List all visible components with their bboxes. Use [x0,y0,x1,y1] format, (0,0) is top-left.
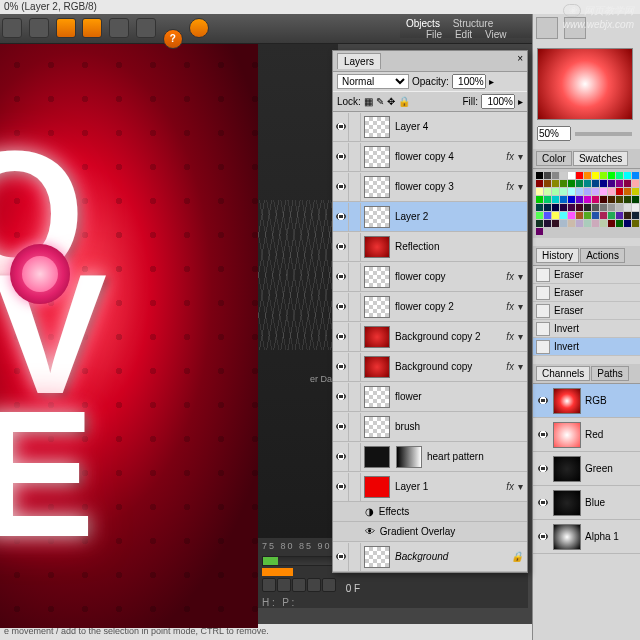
layer-name[interactable]: flower copy 4 [393,151,502,162]
visibility-eye-icon[interactable] [333,263,349,291]
layer-name[interactable]: Layer 1 [393,481,502,492]
tool-button[interactable] [2,18,22,38]
swatch[interactable] [536,196,543,203]
swatch[interactable] [544,180,551,187]
swatch[interactable] [576,180,583,187]
visibility-eye-icon[interactable] [536,462,550,476]
tool-button[interactable] [189,18,209,38]
layer-row[interactable]: flower copy 2fx▾ [333,292,527,322]
play-icon[interactable] [292,578,306,592]
link-cell[interactable] [349,473,361,501]
visibility-eye-icon[interactable] [333,113,349,141]
swatch[interactable] [576,188,583,195]
layer-thumbnail[interactable] [364,356,390,378]
swatch[interactable] [616,180,623,187]
visibility-eye-icon[interactable] [333,293,349,321]
tab-swatches[interactable]: Swatches [573,151,628,166]
layer-row[interactable]: Background copy 2fx▾ [333,322,527,352]
chevron-down-icon[interactable]: ▾ [518,301,527,312]
swatch[interactable] [544,212,551,219]
swatch[interactable] [552,196,559,203]
channel-item[interactable]: RGB [533,384,640,418]
layer-thumbnail[interactable] [364,546,390,568]
swatch[interactable] [576,196,583,203]
layer-name[interactable]: brush [393,421,527,432]
swatch[interactable] [624,212,631,219]
layer-effect-row[interactable]: ◑ Effects [333,502,527,522]
swatch[interactable] [600,204,607,211]
swatch[interactable] [608,204,615,211]
swatch[interactable] [584,180,591,187]
swatch[interactable] [560,212,567,219]
layer-row[interactable]: brush [333,412,527,442]
swatch[interactable] [592,188,599,195]
menu-edit[interactable]: Edit [455,29,472,40]
swatch[interactable] [608,188,615,195]
swatch[interactable] [544,196,551,203]
swatch[interactable] [552,180,559,187]
swatch[interactable] [600,180,607,187]
document-canvas[interactable]: O V E [0,14,258,628]
swatch[interactable] [552,172,559,179]
channel-item[interactable]: Red [533,418,640,452]
swatch[interactable] [552,220,559,227]
swatch[interactable] [592,180,599,187]
swatch[interactable] [560,188,567,195]
link-cell[interactable] [349,323,361,351]
swatch[interactable] [624,188,631,195]
swatch[interactable] [632,220,639,227]
link-cell[interactable] [349,383,361,411]
swatch[interactable] [568,212,575,219]
swatch[interactable] [600,188,607,195]
swatch[interactable] [592,220,599,227]
swatch[interactable] [536,212,543,219]
chevron-down-icon[interactable]: ▾ [518,151,527,162]
swatch[interactable] [608,220,615,227]
lock-all-icon[interactable]: 🔒 [398,96,410,107]
link-cell[interactable] [349,353,361,381]
swatch[interactable] [624,204,631,211]
swatch[interactable] [544,172,551,179]
layer-name[interactable]: flower copy 2 [393,301,502,312]
swatch[interactable] [632,212,639,219]
history-item[interactable]: Invert [533,338,640,356]
swatch[interactable] [552,188,559,195]
link-cell[interactable] [349,203,361,231]
visibility-eye-icon[interactable] [333,173,349,201]
fill-input[interactable] [481,94,515,109]
visibility-eye-icon[interactable] [333,413,349,441]
layer-row[interactable]: Layer 2 [333,202,527,232]
swatch[interactable] [616,204,623,211]
lock-transparency-icon[interactable]: ▦ [364,96,373,107]
layer-thumbnail[interactable] [364,116,390,138]
visibility-eye-icon[interactable] [536,530,550,544]
fx-badge[interactable]: fx [502,361,518,372]
swatch[interactable] [584,196,591,203]
chevron-down-icon[interactable]: ▾ [518,331,527,342]
swatch[interactable] [552,204,559,211]
swatch[interactable] [536,228,543,235]
visibility-eye-icon[interactable] [333,203,349,231]
swatch[interactable] [560,204,567,211]
play-first-icon[interactable] [262,578,276,592]
lock-paint-icon[interactable]: ✎ [376,96,384,107]
layer-effect-row[interactable]: 👁 Gradient Overlay [333,522,527,542]
swatch[interactable] [632,196,639,203]
layer-thumbnail[interactable] [364,296,390,318]
menu-objects[interactable]: Objects [406,18,440,29]
visibility-eye-icon[interactable] [333,473,349,501]
swatch[interactable] [560,172,567,179]
tab-paths[interactable]: Paths [591,366,629,381]
tab-history[interactable]: History [536,248,579,263]
tool-button[interactable] [82,18,102,38]
swatch[interactable] [592,196,599,203]
fx-badge[interactable]: fx [502,301,518,312]
swatch[interactable] [624,220,631,227]
swatch[interactable] [632,180,639,187]
visibility-eye-icon[interactable] [536,394,550,408]
layer-row[interactable]: flower copy 4fx▾ [333,142,527,172]
swatch[interactable] [544,204,551,211]
visibility-eye-icon[interactable] [333,543,349,571]
swatch[interactable] [600,212,607,219]
swatch[interactable] [592,212,599,219]
